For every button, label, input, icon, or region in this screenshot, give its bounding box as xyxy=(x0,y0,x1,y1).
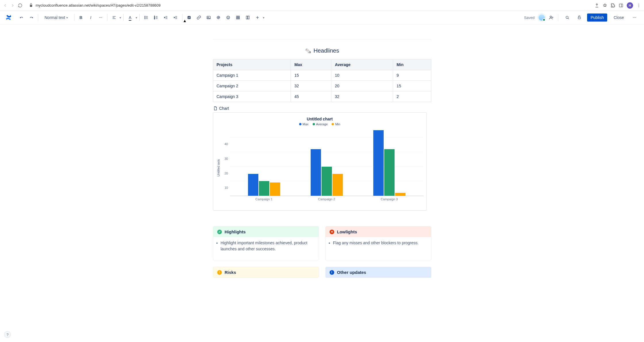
bar xyxy=(259,181,269,196)
chart-attachment-link[interactable]: Chart xyxy=(213,106,431,111)
editor-avatar[interactable] xyxy=(538,14,545,21)
svg-point-53 xyxy=(634,17,635,18)
table-header-row: Projects Max Average Min xyxy=(213,59,431,70)
risks-panel[interactable]: ! Risks xyxy=(213,267,319,278)
chevron-down-icon[interactable]: ▾ xyxy=(120,16,121,19)
restrictions-icon[interactable] xyxy=(575,13,584,22)
table-icon[interactable] xyxy=(234,13,242,22)
kebab-icon[interactable] xyxy=(637,3,641,8)
bar xyxy=(248,174,258,196)
separator xyxy=(123,14,124,21)
search-icon[interactable] xyxy=(563,13,572,22)
sidepanel-icon[interactable] xyxy=(619,3,623,8)
image-icon[interactable] xyxy=(204,13,213,22)
bar xyxy=(373,130,384,196)
highlights-panel[interactable]: ✓ Highlights Highlight important milesto… xyxy=(213,226,319,260)
svg-point-49 xyxy=(566,16,568,18)
legend-item: Min xyxy=(332,122,340,126)
text-style-dropdown[interactable]: Normal text ▾ xyxy=(42,14,70,21)
browser-address-bar: mycloudconfluence.atlassian.net/wiki/spa… xyxy=(0,0,644,11)
risks-title: Risks xyxy=(225,270,236,275)
table-header[interactable]: Average xyxy=(331,59,393,70)
table-cell[interactable]: 10 xyxy=(331,70,393,81)
back-icon[interactable] xyxy=(3,3,7,8)
chevron-down-icon[interactable]: ▾ xyxy=(136,16,137,19)
legend-item: Max xyxy=(299,122,309,126)
chart-macro[interactable]: Untitled chart MaxAverageMin Untitled ax… xyxy=(213,112,427,211)
undo-icon[interactable] xyxy=(17,13,26,22)
chart-legend: MaxAverageMin xyxy=(216,122,424,126)
numbered-list-icon[interactable]: 123 xyxy=(152,13,160,22)
reload-icon[interactable] xyxy=(18,3,22,8)
headlines-table[interactable]: Projects Max Average Min Campaign 115109… xyxy=(213,59,431,102)
more-actions-icon[interactable] xyxy=(630,13,639,22)
other-updates-panel[interactable]: i Other updates xyxy=(325,267,431,278)
table-cell[interactable]: 15 xyxy=(393,81,431,91)
insert-plus-icon[interactable] xyxy=(253,13,262,22)
table-header[interactable]: Min xyxy=(393,59,431,70)
link-icon[interactable] xyxy=(195,13,203,22)
svg-rect-42 xyxy=(246,16,247,19)
bullet-list-icon[interactable] xyxy=(142,13,151,22)
editor-toolbar: Normal text ▾ B I ▾ A ▾ 123 xyxy=(0,11,644,25)
lowlights-item: Flag any misses and other blockers to pr… xyxy=(333,240,427,246)
svg-point-14 xyxy=(145,18,145,19)
forward-icon[interactable] xyxy=(10,3,15,8)
outdent-icon[interactable] xyxy=(162,13,170,22)
table-cell[interactable]: 9 xyxy=(393,70,431,81)
table-cell[interactable]: 15 xyxy=(291,70,331,81)
bookmark-star-icon[interactable] xyxy=(603,3,607,8)
editor-content[interactable]: 🗞️ Headlines Projects Max Average Min Ca… xyxy=(213,25,431,278)
separator xyxy=(139,14,140,21)
legend-label: Average xyxy=(316,122,328,126)
separator xyxy=(74,14,74,21)
chevron-down-icon[interactable]: ▾ xyxy=(263,16,264,19)
table-row[interactable]: Campaign 345322 xyxy=(213,91,431,102)
table-row[interactable]: Campaign 2322015 xyxy=(213,81,431,91)
redo-icon[interactable] xyxy=(27,13,36,22)
bar-group: Campaign 3 xyxy=(364,128,415,196)
legend-swatch-icon xyxy=(299,123,301,125)
table-cell[interactable]: 32 xyxy=(291,81,331,91)
table-cell[interactable]: Campaign 1 xyxy=(213,70,291,81)
warning-triangle-icon: ! xyxy=(217,270,222,275)
table-header[interactable]: Projects xyxy=(213,59,291,70)
lowlights-panel[interactable]: ✕ Lowlights Flag any misses and other bl… xyxy=(325,226,431,260)
extensions-icon[interactable] xyxy=(611,3,615,8)
svg-point-3 xyxy=(639,4,639,4)
table-cell[interactable]: 32 xyxy=(331,91,393,102)
invite-user-icon[interactable] xyxy=(549,15,553,20)
chevron-down-icon: ▾ xyxy=(66,16,68,19)
share-icon[interactable] xyxy=(595,3,599,8)
more-formatting-icon[interactable] xyxy=(96,13,105,22)
svg-point-32 xyxy=(208,17,208,18)
svg-text:3: 3 xyxy=(154,18,155,20)
close-button[interactable]: Close xyxy=(611,14,627,22)
mention-icon[interactable] xyxy=(214,13,223,22)
align-icon[interactable] xyxy=(110,13,118,22)
publish-button[interactable]: Publish xyxy=(587,14,607,22)
table-cell[interactable]: 45 xyxy=(291,91,331,102)
emoji-icon[interactable] xyxy=(224,13,232,22)
table-cell[interactable]: 2 xyxy=(393,91,431,102)
separator xyxy=(38,14,38,21)
layouts-icon[interactable] xyxy=(243,13,252,22)
profile-avatar[interactable]: H xyxy=(627,2,633,9)
indent-icon[interactable] xyxy=(171,13,180,22)
bold-icon[interactable]: B xyxy=(77,13,85,22)
x-tick-label: Campaign 1 xyxy=(239,197,290,201)
italic-icon[interactable]: I xyxy=(86,13,95,22)
legend-label: Min xyxy=(335,122,340,126)
y-axis-label: Untitled axis xyxy=(216,128,221,208)
text-color-icon[interactable]: A xyxy=(126,13,134,22)
action-item-icon[interactable] xyxy=(185,13,193,22)
table-cell[interactable]: Campaign 3 xyxy=(213,91,291,102)
table-cell[interactable]: Campaign 2 xyxy=(213,81,291,91)
confluence-logo-icon[interactable] xyxy=(5,14,12,21)
url-field[interactable]: mycloudconfluence.atlassian.net/wiki/spa… xyxy=(25,2,592,9)
table-row[interactable]: Campaign 115109 xyxy=(213,70,431,81)
svg-point-12 xyxy=(145,16,145,17)
table-header[interactable]: Max xyxy=(291,59,331,70)
table-cell[interactable]: 20 xyxy=(331,81,393,91)
svg-rect-0 xyxy=(30,5,32,7)
